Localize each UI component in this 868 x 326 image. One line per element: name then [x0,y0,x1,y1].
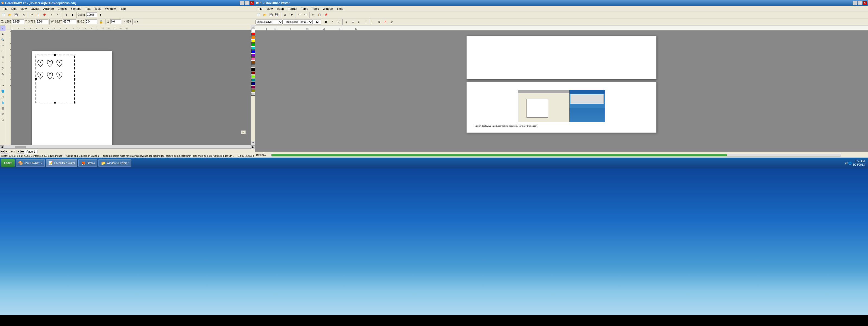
taskbar-libreoffice[interactable]: 📝 LibreOffice Writer [46,159,77,167]
swatch-red[interactable] [251,33,255,35]
eyedropper-tool[interactable]: 💧 [0,100,5,105]
swatch-green[interactable] [251,43,255,46]
angle-input[interactable] [111,19,121,24]
redo-button[interactable]: ↪ [55,12,61,18]
ellipse-tool[interactable]: ○ [0,60,5,65]
swatch-pink[interactable] [251,57,255,60]
menu-file[interactable]: File [1,6,9,11]
scroll-right-btn[interactable]: ▶ [251,145,255,149]
handle-left[interactable] [35,78,37,80]
palette-scroll-up[interactable]: ▲ [251,25,255,29]
lo-minimize[interactable]: _ [853,1,857,5]
export-button[interactable]: ⬆ [69,12,75,18]
lo-menu-insert[interactable]: Insert [275,6,286,11]
menu-help[interactable]: Help [118,6,127,11]
smartdraw-tool[interactable]: 〰 [0,48,5,54]
select-tool[interactable]: ↖ [0,26,5,31]
text-tool[interactable]: A [0,71,5,77]
lo-bold-btn[interactable]: B [323,19,329,25]
fill-tool[interactable]: 🪣 [0,88,5,94]
lo-open-btn[interactable]: 📂 [262,12,268,18]
undo-button[interactable]: ↩ [49,12,55,18]
scroll-track[interactable] [4,146,251,148]
new-button[interactable]: 📄 [1,12,6,18]
canvas-area[interactable]: 01 23 45 67 89 1011 1213 1415 1617 1819 … [6,25,251,145]
lo-highlight-btn[interactable]: 🖊 [389,19,395,25]
palette-scroll-down[interactable]: ▼ [251,141,255,145]
handle-bottom-right[interactable] [74,102,75,104]
zoom-tool[interactable]: 🔍 [0,37,5,43]
lo-preview-btn[interactable]: 👁 [288,12,294,18]
start-button[interactable]: Start [1,159,14,167]
lo-italic-btn[interactable]: I [329,19,335,25]
taskbar-explorer[interactable]: 📁 Windows Explorer [98,159,131,167]
lo-menu-view[interactable]: View [265,6,275,11]
swatch-darkred[interactable] [251,72,255,75]
x-input[interactable] [12,19,24,24]
lo-menu-tools[interactable]: Tools [310,6,321,11]
dimension-tool[interactable]: ↔ [0,77,5,82]
lo-justify-btn[interactable]: ⋮ [362,19,368,25]
page-back-btn[interactable]: ◀ [4,150,8,154]
menu-layout[interactable]: Layout [29,6,41,11]
swatch-gray[interactable] [251,64,255,67]
close-button[interactable]: ✕ [250,1,254,5]
outline-tool[interactable]: ◻ [0,94,5,100]
zoom-dropdown[interactable]: ▼ [97,12,103,18]
scroll-thumb[interactable] [15,146,26,148]
swatch-yellow[interactable] [251,40,255,43]
copy-button[interactable]: 📋 [35,12,41,18]
lo-align-left-btn[interactable]: ≡ [343,19,349,25]
print-button[interactable]: 🖨 [21,12,27,18]
lo-doc-area[interactable]: Import Picks.svg into Lasercutting progr… [255,30,868,152]
menu-edit[interactable]: Edit [10,6,18,11]
scroll-left-btn[interactable]: ◀ [0,145,4,149]
lo-lasercutting-link[interactable]: Lasercutting [496,125,508,127]
lo-menu-file[interactable]: File [256,6,264,11]
swatch-teal[interactable] [251,79,255,82]
taskbar-firefox[interactable]: 🦊 Firefox [79,159,97,167]
lo-menu-format[interactable]: Format [286,6,299,11]
menu-text[interactable]: Text [84,6,92,11]
polygon-tool[interactable]: ⬡ [0,65,5,71]
swatch-orange[interactable] [251,36,255,39]
lo-style-dropdown[interactable]: Default Style [255,20,283,24]
h-input[interactable] [85,19,97,24]
swatch-navy[interactable] [251,82,255,85]
swatch-blue[interactable] [251,50,255,53]
minimize-button[interactable]: _ [240,1,244,5]
blend-tool[interactable]: ▦ [0,105,5,111]
cut-button[interactable]: ✂ [29,12,35,18]
swatch-lime[interactable] [251,75,255,78]
lo-menu-window[interactable]: Window [321,6,335,11]
y-input[interactable] [36,19,48,24]
swatch-maroon[interactable] [251,86,255,88]
swatch-brown[interactable] [251,61,255,64]
w-input[interactable] [63,19,76,24]
lo-bullet-btn[interactable]: ⁝ [370,19,376,25]
lo-cut-btn[interactable]: ✂ [310,12,316,18]
lo-close[interactable]: ✕ [863,1,867,5]
swatch-black[interactable] [251,68,255,71]
lo-redo-btn[interactable]: ↪ [303,12,308,18]
lo-align-center-btn[interactable]: ☰ [350,19,355,25]
lo-picks-cdr-link[interactable]: Picks.cdr [527,125,536,127]
rect-tool[interactable]: ▭ [0,54,5,59]
lo-align-right-btn[interactable]: ≡ [356,19,362,25]
menu-view[interactable]: View [19,6,29,11]
lo-fontsize-input[interactable] [313,20,321,24]
lo-paste-btn[interactable]: 📌 [323,12,329,18]
freehand-tool[interactable]: ✏ [0,43,5,48]
menu-tools[interactable]: Tools [93,6,103,11]
lo-color-btn[interactable]: A [382,19,389,25]
menu-effects[interactable]: Effects [56,6,68,11]
lo-print-btn[interactable]: 🖨 [282,12,288,18]
lo-font-dropdown[interactable]: Times New Roma... [283,20,313,24]
page-last-btn[interactable]: ▶▶ [20,150,24,154]
handle-top-center[interactable] [54,54,56,56]
lo-picks-svg-link[interactable]: Picks.svg [482,125,491,127]
lo-menu-help[interactable]: Help [336,6,345,11]
swatch-silver[interactable] [251,93,255,96]
swatch-purple[interactable] [251,54,255,57]
swatch-white[interactable] [251,29,255,32]
